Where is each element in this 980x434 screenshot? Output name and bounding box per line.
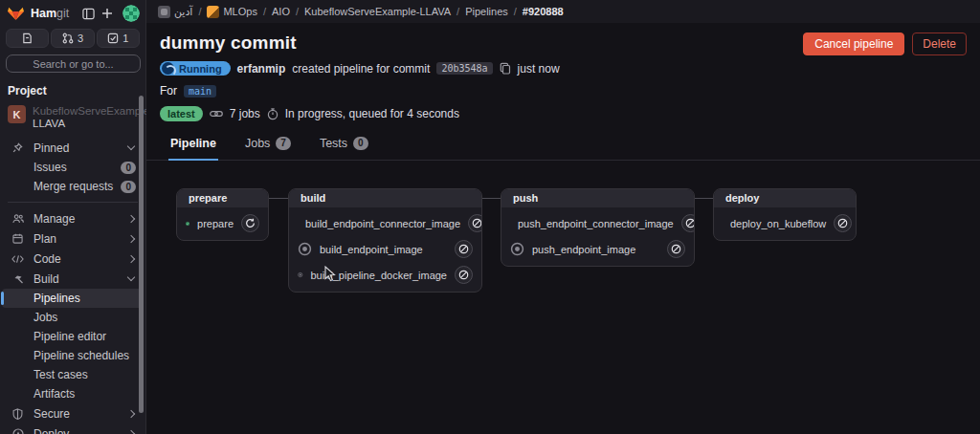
status-created-icon <box>298 242 312 256</box>
delete-button[interactable]: Delete <box>912 33 967 55</box>
breadcrumb-pipeline-id: #920888 <box>523 6 564 17</box>
pipeline-graph: prepare prepare <box>176 188 980 293</box>
shield-icon <box>11 408 25 420</box>
tab-pipeline[interactable]: Pipeline <box>168 135 218 161</box>
pipeline-status-row: Running erfanmip created pipeline for co… <box>160 61 967 76</box>
sidebar-item-manage[interactable]: Manage <box>2 208 144 228</box>
sidebar-shortcuts: 3 1 <box>6 29 140 48</box>
cancel-job-button[interactable] <box>455 266 473 284</box>
latest-badge: latest <box>160 106 203 121</box>
cancel-job-button[interactable] <box>667 240 685 258</box>
sidebar-item-merge-requests[interactable]: Merge requests 0 <box>2 177 144 196</box>
sidebar-item-issues[interactable]: Issues 0 <box>2 158 144 177</box>
breadcrumb-pipelines[interactable]: Pipelines <box>465 6 508 17</box>
job-build-endpoint-connector-image[interactable]: build_endpoint_connector_image <box>295 210 476 236</box>
sidebar-item-artifacts[interactable]: Artifacts <box>2 384 144 403</box>
page-title: dummy commit <box>160 33 297 54</box>
running-spinner-icon <box>162 62 174 75</box>
pipeline-action-text: created pipeline for commit <box>292 62 430 76</box>
pipeline-tabs: Pipeline Jobs 7 Tests 0 <box>146 135 980 161</box>
create-new-plus-icon[interactable] <box>100 6 115 21</box>
sidebar-item-plan[interactable]: Plan <box>2 228 144 249</box>
jobs-count-text[interactable]: 7 jobs <box>230 107 260 120</box>
stage-build: build build_endpoint_connector_image <box>288 188 482 293</box>
todos-shortcut-button[interactable]: 1 <box>97 29 140 48</box>
sidebar-divider <box>8 202 138 203</box>
status-created-icon <box>510 242 524 256</box>
todos-count: 1 <box>122 33 128 44</box>
hamgit-logo-icon[interactable] <box>8 6 24 21</box>
status-success-icon <box>186 216 189 231</box>
stage-push: push push_endpoint_connector_image <box>501 188 695 267</box>
job-push-endpoint-connector-image[interactable]: push_endpoint_connector_image <box>507 210 688 236</box>
stage-deploy: deploy deploy_on_kubeflow <box>713 188 857 241</box>
merge-requests-count: 3 <box>78 33 83 44</box>
sidebar-item-pipeline-editor[interactable]: Pipeline editor <box>2 327 144 346</box>
breadcrumb-project[interactable]: KubeflowServeExample-LLAVA <box>304 6 451 17</box>
sidebar-item-deploy[interactable]: Deploy <box>2 423 144 434</box>
job-deploy-on-kubeflow[interactable]: deploy_on_kubeflow <box>720 210 850 236</box>
cancel-job-button[interactable] <box>455 240 473 258</box>
calendar-icon <box>11 233 25 244</box>
jobs-tab-badge: 7 <box>276 137 291 150</box>
chevron-right-icon <box>127 429 135 434</box>
breadcrumb-subgroup[interactable]: AIO <box>272 6 290 17</box>
brand-name[interactable]: Hamgit <box>31 7 69 20</box>
user-namespace-avatar <box>158 6 170 18</box>
cancel-job-button[interactable] <box>468 214 482 232</box>
issues-count-badge: 0 <box>121 162 136 174</box>
sidebar-item-jobs[interactable]: Jobs <box>2 308 144 327</box>
sidebar-nav: Pinned Issues 0 Merge requests 0 <box>0 138 145 434</box>
job-build-pipeline-docker-image[interactable]: build_pipeline_docker_image <box>295 262 476 288</box>
issues-shortcut-button[interactable] <box>6 29 49 48</box>
sidebar-scrollbar[interactable] <box>139 96 144 413</box>
sidebar-item-test-cases[interactable]: Test cases <box>2 365 144 384</box>
chevron-right-icon <box>127 409 135 417</box>
search-input[interactable] <box>6 54 141 73</box>
project-name-line2: LLAVA <box>33 118 153 130</box>
stage-title: push <box>501 189 694 207</box>
progress-text: In progress, queued for 4 seconds <box>285 107 459 120</box>
commit-sha-chip[interactable]: 20b3548a <box>436 62 492 75</box>
tab-jobs[interactable]: Jobs 7 <box>243 135 293 161</box>
breadcrumb-user[interactable]: آدین <box>158 6 192 18</box>
breadcrumb-group[interactable]: MLOps <box>207 6 256 18</box>
sidebar-item-code[interactable]: Code <box>2 249 144 269</box>
current-project-item[interactable]: K KubeflowServeExample- LLAVA <box>4 102 142 132</box>
cancel-job-button[interactable] <box>681 214 695 232</box>
branch-ref-chip[interactable]: main <box>184 85 216 98</box>
sidebar: Hamgit <box>0 0 146 434</box>
collapse-sidebar-icon[interactable] <box>80 6 96 21</box>
pipeline-ref-row: For main <box>160 84 967 98</box>
pipeline-author[interactable]: erfanmip <box>237 62 286 76</box>
user-avatar[interactable] <box>122 5 140 22</box>
sidebar-item-pinned[interactable]: Pinned <box>2 138 144 158</box>
app-root: Hamgit <box>0 0 980 434</box>
sidebar-item-pipelines[interactable]: Pipelines <box>2 289 144 308</box>
sidebar-item-secure[interactable]: Secure <box>2 403 144 423</box>
sidebar-item-build[interactable]: Build <box>2 269 144 289</box>
copy-sha-icon[interactable] <box>500 62 511 75</box>
project-section-label: Project <box>8 84 138 98</box>
cancel-job-button[interactable] <box>834 214 852 232</box>
cancel-pipeline-button[interactable]: Cancel pipeline <box>803 33 904 55</box>
pin-icon <box>11 142 25 153</box>
link-icon <box>210 109 223 119</box>
stage-connector <box>269 198 288 199</box>
running-status-badge[interactable]: Running <box>160 61 231 76</box>
sidebar-header: Hamgit <box>0 0 145 25</box>
job-push-endpoint-image[interactable]: push_endpoint_image <box>507 236 688 262</box>
merge-requests-shortcut-button[interactable]: 3 <box>51 29 94 48</box>
job-build-endpoint-image[interactable]: build_endpoint_image <box>295 236 476 262</box>
main-area: آدین / MLOps / AIO / KubeflowServeExampl… <box>146 0 980 434</box>
stage-prepare: prepare prepare <box>176 188 269 241</box>
stage-connector <box>482 198 501 199</box>
sidebar-item-pipeline-schedules[interactable]: Pipeline schedules <box>2 346 144 365</box>
stage-title: build <box>289 189 481 207</box>
pipeline-meta-row: latest 7 jobs In progress, queued for 4 … <box>160 106 967 121</box>
chevron-right-icon <box>127 254 135 262</box>
stage-title: deploy <box>714 189 856 207</box>
job-prepare[interactable]: prepare <box>183 210 262 236</box>
tab-tests[interactable]: Tests 0 <box>318 135 370 161</box>
retry-job-button[interactable] <box>241 214 259 232</box>
